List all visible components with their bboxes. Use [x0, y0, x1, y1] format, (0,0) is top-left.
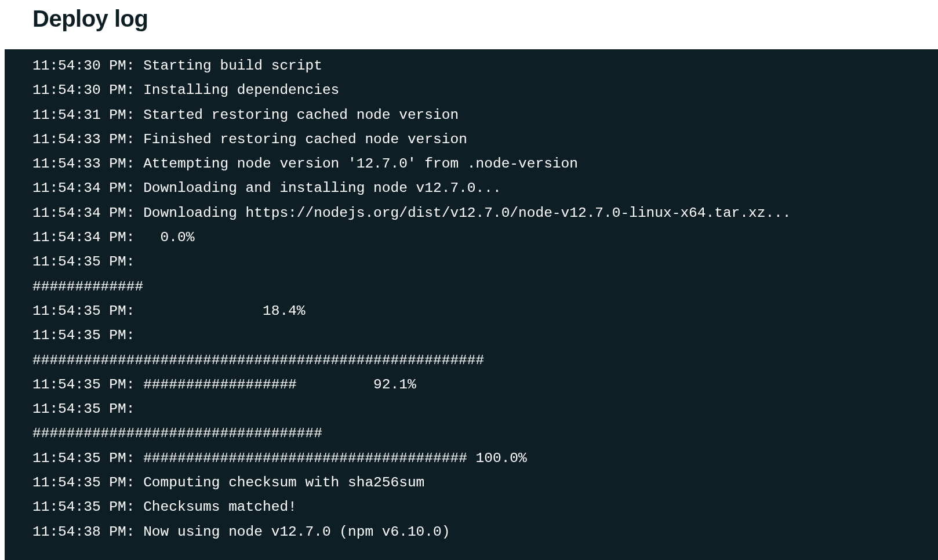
- log-message: ################## 92.1%: [134, 377, 416, 392]
- log-message: 0.0%: [134, 230, 194, 245]
- log-message: Now using node v12.7.0 (npm v6.10.0): [134, 524, 450, 540]
- log-message: Downloading and installing node v12.7.0.…: [134, 180, 501, 196]
- log-line: 11:54:30 PM: Installing dependencies: [5, 78, 938, 103]
- page-title: Deploy log: [32, 6, 938, 32]
- log-timestamp: 11:54:33 PM:: [32, 132, 134, 147]
- log-line: 11:54:34 PM: Downloading and installing …: [5, 176, 938, 201]
- log-timestamp: 11:54:30 PM:: [32, 58, 134, 74]
- log-line: ##################################: [5, 421, 938, 446]
- deploy-log-page: Deploy log 11:54:30 PM: Starting build s…: [0, 0, 938, 560]
- log-message: Checksums matched!: [134, 499, 296, 515]
- log-message: Attempting node version '12.7.0' from .n…: [134, 156, 578, 172]
- log-line: 11:54:35 PM: ################## 92.1%: [5, 373, 938, 397]
- log-message: Starting build script: [134, 58, 322, 74]
- log-timestamp: 11:54:35 PM:: [32, 328, 134, 343]
- log-message: Computing checksum with sha256sum: [134, 475, 424, 490]
- log-message: Started restoring cached node version: [134, 107, 459, 123]
- log-line: 11:54:38 PM: Now using node v12.7.0 (npm…: [5, 520, 938, 544]
- log-timestamp: 11:54:35 PM:: [32, 450, 134, 466]
- log-line: 11:54:35 PM: Checksums matched!: [5, 495, 938, 519]
- log-line: 11:54:33 PM: Attempting node version '12…: [5, 152, 938, 176]
- log-message: [134, 328, 143, 343]
- log-timestamp: 11:54:35 PM:: [32, 377, 134, 392]
- log-timestamp: 11:54:34 PM:: [32, 230, 134, 245]
- log-timestamp: 11:54:35 PM:: [32, 303, 134, 319]
- log-timestamp: 11:54:35 PM:: [32, 401, 134, 417]
- log-line: 11:54:31 PM: Started restoring cached no…: [5, 103, 938, 128]
- log-timestamp: 11:54:30 PM:: [32, 82, 134, 98]
- log-message: [134, 254, 143, 270]
- log-message: 18.4%: [134, 303, 305, 319]
- log-message: ########################################…: [32, 352, 484, 368]
- log-message: #############: [32, 279, 143, 294]
- page-header: Deploy log: [0, 0, 938, 49]
- log-message: Installing dependencies: [134, 82, 339, 98]
- log-message: Downloading https://nodejs.org/dist/v12.…: [134, 205, 791, 221]
- log-line: 11:54:35 PM: ###########################…: [5, 446, 938, 471]
- log-timestamp: 11:54:33 PM:: [32, 156, 134, 172]
- log-output-panel[interactable]: 11:54:30 PM: Starting build script 11:54…: [5, 49, 938, 560]
- log-line: ########################################…: [5, 348, 938, 373]
- log-line: 11:54:35 PM:: [5, 397, 938, 421]
- log-message: Finished restoring cached node version: [134, 132, 467, 147]
- log-timestamp: 11:54:31 PM:: [32, 107, 134, 123]
- log-message: ###################################### 1…: [134, 450, 526, 466]
- log-line: 11:54:35 PM: 18.4%: [5, 299, 938, 323]
- log-line: 11:54:35 PM:: [5, 323, 938, 348]
- log-timestamp: 11:54:35 PM:: [32, 499, 134, 515]
- log-line: 11:54:34 PM: Downloading https://nodejs.…: [5, 201, 938, 226]
- log-line: 11:54:35 PM:: [5, 250, 938, 274]
- log-line: 11:54:35 PM: Computing checksum with sha…: [5, 471, 938, 495]
- log-timestamp: 11:54:34 PM:: [32, 180, 134, 196]
- log-timestamp: 11:54:38 PM:: [32, 524, 134, 540]
- log-line: 11:54:34 PM: 0.0%: [5, 226, 938, 250]
- log-message: ##################################: [32, 426, 322, 441]
- log-message: [134, 401, 143, 417]
- log-line: 11:54:33 PM: Finished restoring cached n…: [5, 128, 938, 152]
- log-timestamp: 11:54:34 PM:: [32, 205, 134, 221]
- log-timestamp: 11:54:35 PM:: [32, 475, 134, 490]
- log-timestamp: 11:54:35 PM:: [32, 254, 134, 270]
- log-line: #############: [5, 275, 938, 299]
- log-line: 11:54:30 PM: Starting build script: [5, 54, 938, 78]
